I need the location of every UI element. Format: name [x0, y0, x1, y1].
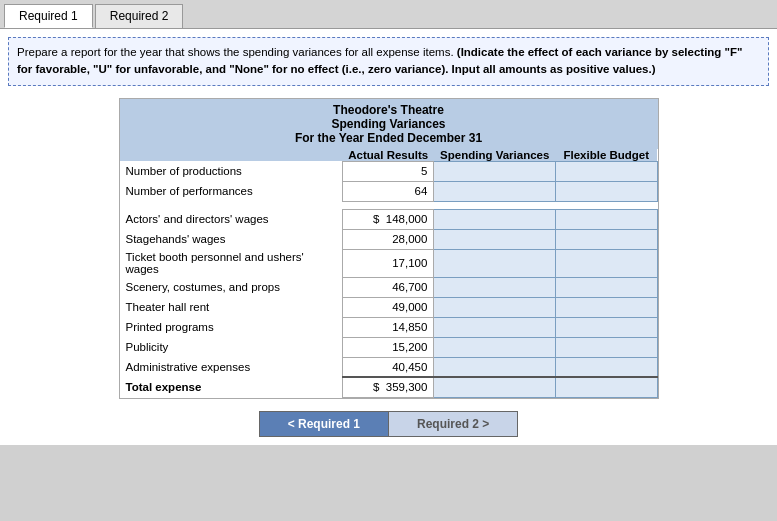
row-value: 14,850 [343, 317, 434, 337]
row-label: Scenery, costumes, and props [120, 277, 343, 297]
flexible-input[interactable] [556, 317, 657, 337]
report-title2: Spending Variances [122, 117, 656, 131]
tabs-bar: Required 1 Required 2 [0, 0, 777, 29]
spending-input[interactable] [434, 229, 556, 249]
row-label: Stagehands' wages [120, 229, 343, 249]
spacer-row [120, 201, 658, 209]
spending-input[interactable] [434, 277, 556, 297]
bottom-nav: < Required 1 Required 2 > [8, 411, 769, 437]
tab-required1[interactable]: Required 1 [4, 4, 93, 28]
row-value: 46,700 [343, 277, 434, 297]
instruction-text: Prepare a report for the year that shows… [17, 46, 743, 75]
table-row: Publicity 15,200 [120, 337, 658, 357]
total-row: Total expense $ 359,300 [120, 377, 658, 397]
row-label: Theater hall rent [120, 297, 343, 317]
row-value: $ 148,000 [343, 209, 434, 229]
tab-required2[interactable]: Required 2 [95, 4, 184, 28]
header-spending: Spending Variances [434, 149, 556, 162]
row-value: 17,100 [343, 249, 434, 277]
flexible-input[interactable] [556, 249, 657, 277]
flexible-input[interactable] [556, 337, 657, 357]
row-label: Number of productions [120, 161, 343, 181]
spending-input[interactable] [434, 161, 556, 181]
table-row: Scenery, costumes, and props 46,700 [120, 277, 658, 297]
report-title1: Theodore's Theatre [122, 103, 656, 117]
row-label: Ticket booth personnel and ushers' wages [120, 249, 343, 277]
table-row: Theater hall rent 49,000 [120, 297, 658, 317]
flexible-input[interactable] [556, 229, 657, 249]
report-container: Theodore's Theatre Spending Variances Fo… [119, 98, 659, 399]
total-label: Total expense [120, 377, 343, 397]
row-value: 5 [343, 161, 434, 181]
row-label: Actors' and directors' wages [120, 209, 343, 229]
spending-total-input[interactable] [434, 377, 556, 397]
total-value: $ 359,300 [343, 377, 434, 397]
row-label: Printed programs [120, 317, 343, 337]
table-row: Stagehands' wages 28,000 [120, 229, 658, 249]
spending-input[interactable] [434, 249, 556, 277]
spending-input[interactable] [434, 209, 556, 229]
col-header-row: Actual Results Spending Variances Flexib… [120, 149, 658, 162]
flexible-input[interactable] [556, 357, 657, 377]
spending-input[interactable] [434, 297, 556, 317]
table-row: Number of productions 5 [120, 161, 658, 181]
flexible-input[interactable] [556, 277, 657, 297]
header-actual: Actual Results [343, 149, 434, 162]
flexible-input[interactable] [556, 209, 657, 229]
report-header: Theodore's Theatre Spending Variances Fo… [120, 99, 658, 149]
spending-input[interactable] [434, 357, 556, 377]
header-flexible: Flexible Budget [556, 149, 657, 162]
table-row: Actors' and directors' wages $ 148,000 [120, 209, 658, 229]
header-label [120, 149, 343, 162]
row-label: Administrative expenses [120, 357, 343, 377]
report-title3: For the Year Ended December 31 [122, 131, 656, 145]
row-value: 40,450 [343, 357, 434, 377]
table-row: Administrative expenses 40,450 [120, 357, 658, 377]
row-value: 49,000 [343, 297, 434, 317]
row-value: 64 [343, 181, 434, 201]
table-row: Printed programs 14,850 [120, 317, 658, 337]
spending-input[interactable] [434, 317, 556, 337]
next-button[interactable]: Required 2 > [388, 411, 518, 437]
row-value: 15,200 [343, 337, 434, 357]
spending-input[interactable] [434, 181, 556, 201]
row-label: Number of performances [120, 181, 343, 201]
flexible-input[interactable] [556, 161, 657, 181]
table-row: Number of performances 64 [120, 181, 658, 201]
row-label: Publicity [120, 337, 343, 357]
main-content: Prepare a report for the year that shows… [0, 29, 777, 445]
report-table: Actual Results Spending Variances Flexib… [120, 149, 658, 398]
prev-button[interactable]: < Required 1 [259, 411, 388, 437]
flexible-input[interactable] [556, 297, 657, 317]
row-value: 28,000 [343, 229, 434, 249]
flexible-input[interactable] [556, 181, 657, 201]
instruction-box: Prepare a report for the year that shows… [8, 37, 769, 86]
flexible-total-input[interactable] [556, 377, 657, 397]
table-row: Ticket booth personnel and ushers' wages… [120, 249, 658, 277]
spending-input[interactable] [434, 337, 556, 357]
